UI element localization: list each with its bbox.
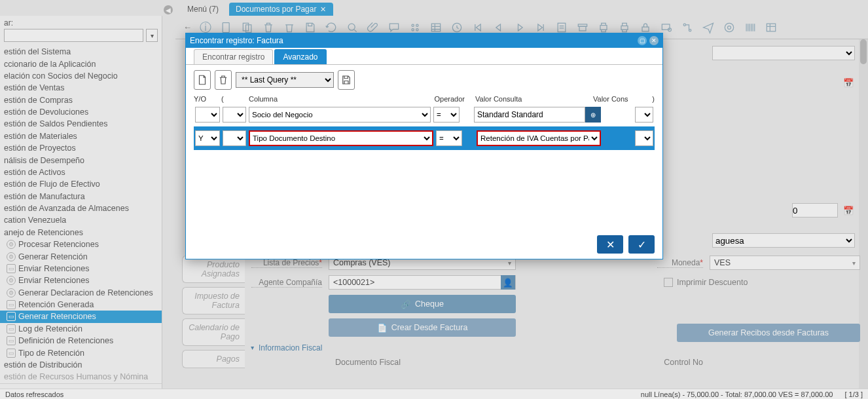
dialog-title: Encontrar registro: Factura	[190, 36, 283, 45]
criteria-paren-select[interactable]	[223, 107, 246, 123]
criteria-value-input[interactable]	[474, 107, 585, 123]
ok-button[interactable]: ✓	[628, 235, 655, 254]
criteria-paren-select[interactable]	[223, 130, 246, 146]
criteria-operator-select[interactable]: =	[433, 107, 460, 123]
criteria-yo-select[interactable]	[195, 107, 220, 123]
maximize-icon[interactable]: ▢	[638, 36, 647, 45]
criteria-operator-select[interactable]: =	[436, 130, 462, 146]
saved-query-select[interactable]: ** Last Query **	[236, 72, 334, 88]
tab-avanzado[interactable]: Avanzado	[274, 49, 326, 64]
lookup-button[interactable]: ⊕	[585, 107, 601, 123]
criteria-row: Socio del Negocio = ⊕	[194, 103, 655, 126]
criteria-column-select[interactable]: Socio del Negocio	[249, 107, 431, 123]
criteria-column-select[interactable]: Tipo Documento Destino	[249, 130, 433, 146]
col-header-yo: Y/O	[194, 95, 221, 103]
col-header-close-paren: )	[639, 95, 655, 103]
criteria-value2-select[interactable]	[635, 130, 653, 146]
status-message: Datos refrescados	[5, 390, 63, 398]
criteria-value-select[interactable]: Retención de IVA Cuentas por Paga	[477, 130, 601, 146]
save-query-button[interactable]	[338, 70, 355, 90]
col-header-valor-consulta: Valor Consulta	[465, 95, 593, 103]
col-header-valor-cons2: Valor Cons	[593, 95, 639, 103]
dialog-body: ** Last Query ** Y/O ( Columna Operador …	[186, 65, 662, 259]
cancel-button[interactable]: ✕	[597, 235, 623, 254]
criteria-grid-header: Y/O ( Columna Operador Valor Consulta Va…	[194, 95, 655, 103]
dialog-tabs: Encontrar registro Avanzado	[186, 48, 662, 65]
tab-encontrar-registro[interactable]: Encontrar registro	[194, 49, 273, 64]
status-record-position: [ 1/3 ]	[844, 390, 863, 398]
find-record-dialog: Encontrar registro: Factura ▢ ✕ Encontra…	[185, 33, 663, 259]
col-header-open-paren: (	[221, 95, 247, 103]
col-header-columna: Columna	[247, 95, 425, 103]
criteria-value2-select[interactable]	[635, 107, 653, 123]
new-query-button[interactable]	[194, 70, 211, 90]
status-totals: null Línea(s) - 75,000.00 - Total: 87,00…	[641, 390, 833, 398]
dialog-footer: ✕ ✓	[597, 235, 655, 254]
delete-query-button[interactable]	[215, 70, 232, 90]
criteria-yo-select[interactable]: Y	[195, 130, 220, 146]
criteria-row-selected: Y Tipo Documento Destino = Retención de …	[194, 126, 655, 150]
dialog-titlebar[interactable]: Encontrar registro: Factura ▢ ✕	[186, 33, 662, 48]
col-header-operador: Operador	[425, 95, 465, 103]
close-icon[interactable]: ✕	[649, 36, 659, 45]
status-bar: Datos refrescados null Línea(s) - 75,000…	[0, 389, 868, 399]
